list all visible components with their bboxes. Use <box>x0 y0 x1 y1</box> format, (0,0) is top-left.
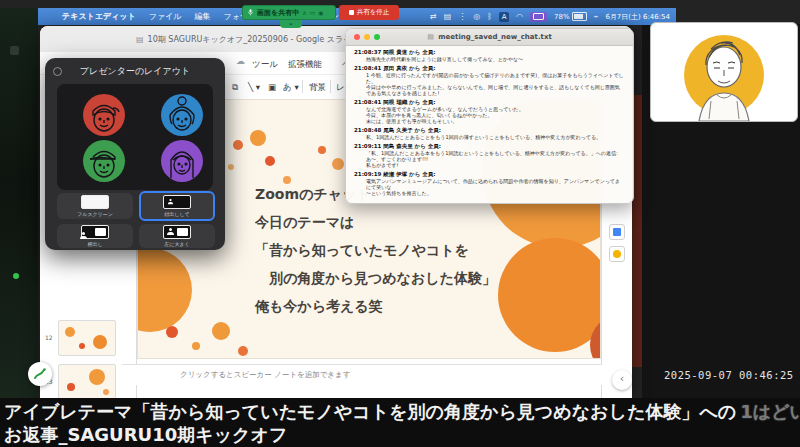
bluetooth-icon[interactable]: ᛒ <box>487 13 492 21</box>
presenter-preview-panel <box>57 84 213 190</box>
slide-text-line: 別の角度から見つめなおした体験」 <box>255 270 496 288</box>
chat-title-bar[interactable]: ▤ meeting_saved_new_chat.txt <box>346 29 633 46</box>
layout-option-label: 顔出しして <box>164 211 189 217</box>
duplicate-icon[interactable]: ⧉ <box>232 82 238 93</box>
chat-text-window[interactable]: ▤ meeting_saved_new_chat.txt 21:08:37 関根… <box>345 28 634 204</box>
arrow-up-icon[interactable]: ∧ <box>302 10 306 16</box>
zoom-bar-chevron[interactable]: ⌄ <box>280 20 302 28</box>
layout-option-corner[interactable]: 横出し <box>57 224 133 248</box>
power-adapter-icon: ⌁ <box>594 13 599 21</box>
battery-percent: 78% <box>554 13 570 21</box>
slide-thumbnail[interactable] <box>58 364 116 398</box>
menu-extensions[interactable]: 拡張機能 <box>288 59 322 71</box>
layout-option-label: フルスクリーン <box>77 211 113 217</box>
presenter-layout-dialog: プレゼンターのレイアウト <box>45 58 225 250</box>
chat-message: 21:09:19 綾瀬 伊塚 から 全員: 電気アンパンマンミュージアムについて… <box>354 171 625 196</box>
slide-text-line: 俺も今から考える笑 <box>255 298 383 316</box>
subtitle-band: アイブレテーマ「昔から知っていたモノやコトを別の角度から見つめなおした体験」への… <box>0 398 800 447</box>
zoom-share-bar: 画面を共有中 ∧ ▭ ◉ 共有を停止 <box>242 5 399 20</box>
layout-option-label: 左に大きく <box>164 241 189 247</box>
layout-option-split[interactable]: 左に大きく <box>139 224 215 248</box>
toolbar-divider <box>302 80 303 93</box>
window-title: ▤ 10期 SAGURUキックオフ_20250906 - Google スライド <box>136 34 359 45</box>
decor-dot <box>332 158 344 170</box>
decor-dot <box>283 176 291 184</box>
notes-placeholder: クリックするとスピーカー ノートを追加できます <box>180 370 350 380</box>
draw-pen-button[interactable] <box>28 362 52 386</box>
keep-icon[interactable] <box>609 246 625 262</box>
speaker-notes-bar[interactable]: クリックするとスピーカー ノートを追加できます <box>122 364 602 385</box>
status-green-dot <box>13 273 19 279</box>
more-dots-icon[interactable]: ⋮ <box>458 13 466 21</box>
decor-dot <box>265 156 275 166</box>
subtitle-glitch-text: 1はどいあしはし <box>740 401 800 422</box>
thumbnail-number: 12 <box>45 334 53 341</box>
slide-text-line: 今日のテーマは <box>255 214 354 232</box>
save-status-cloud-icon: ☁ <box>236 56 245 66</box>
window-layout-icon[interactable]: ▤ <box>444 13 452 21</box>
desktop-icon[interactable] <box>10 46 19 55</box>
menu-bar-status-area: ⇄ ▤ ⋮ ◎ ᛒ A ◠ 78% ⌁ 6月7日(土) 6:46:54 <box>430 8 670 25</box>
layout-option-overlay-selected[interactable]: 顔出しして <box>139 191 215 221</box>
toolbar-divider <box>330 80 331 93</box>
panel-collapse-button[interactable]: ‹ <box>612 370 632 390</box>
screen-record-button[interactable] <box>530 12 547 22</box>
sketch-avatar-illustration <box>651 23 797 121</box>
input-source-icon[interactable]: A <box>499 12 509 22</box>
presenter-avatar-blue <box>161 94 203 136</box>
video-icon[interactable]: ▭ <box>310 10 316 16</box>
decor-dot <box>212 322 230 340</box>
text-tool-icon[interactable]: あ ▾ <box>283 82 299 94</box>
presenter-avatar-red <box>83 94 125 136</box>
slide-text-line: 「昔から知っていたモノやコトを <box>255 242 469 260</box>
decor-dot <box>192 342 200 350</box>
subtitle-line-1: アイブレテーマ「昔から知っていたモノやコトを別の角度から見つめなおした体験」への… <box>4 400 800 424</box>
document-icon: ▤ <box>136 35 144 44</box>
menu-tools[interactable]: ツール <box>252 59 278 71</box>
calendar-icon[interactable] <box>609 224 625 240</box>
decor-dot <box>228 164 234 170</box>
background-button[interactable]: 背景 <box>309 82 326 94</box>
layout-option-fullscreen[interactable]: フルスクリーン <box>57 193 133 219</box>
presenter-avatar-purple <box>161 140 203 182</box>
decor-circle <box>138 248 192 332</box>
chat-message: 21:09:11 間島 森央里 から 全員: 「私、1回読んだことある本をもう1… <box>354 143 625 168</box>
share-icon[interactable]: ⇄ <box>430 13 437 21</box>
chat-message: 21:08:41 原田 真依 から 全員: 1 今朝、近所に行ったんですが(開店… <box>354 65 625 96</box>
record-dot-icon[interactable]: ◉ <box>318 10 323 16</box>
presenter-avatar-card <box>650 22 798 122</box>
wifi-icon[interactable]: ◠ <box>516 13 523 21</box>
chat-messages: 21:08:37 関根 貴道 から 全員: 熱海先生の時代劇を同じように録り直し… <box>346 45 633 203</box>
decor-dot <box>318 146 326 154</box>
record-icon[interactable]: ◎ <box>473 13 480 21</box>
decor-dot <box>250 130 266 146</box>
layout-option-label: 横出し <box>87 241 102 247</box>
decor-circle <box>498 238 600 352</box>
desktop-left-strip <box>0 8 38 398</box>
menu-clock[interactable]: 6月7日(土) 6:46:54 <box>605 12 670 22</box>
line-tool-icon[interactable]: ╲ ▾ <box>248 82 260 92</box>
share-status-text: 画面を共有中 <box>257 8 299 18</box>
menu-app-name[interactable]: テキストエディット <box>62 11 136 22</box>
battery-indicator[interactable]: 78% <box>554 12 587 21</box>
screen-stage: 2025-09-07 00:46:25 テキストエディット ファイル 編集 フォ… <box>0 0 800 447</box>
microphone-icon <box>247 9 254 16</box>
pen-icon <box>32 366 48 382</box>
menu-edit[interactable]: 編集 <box>194 11 210 22</box>
chat-window-title: ▤ meeting_saved_new_chat.txt <box>346 33 633 41</box>
slide-thumbnail[interactable] <box>58 320 116 356</box>
presenter-avatar-green <box>83 140 125 182</box>
stop-share-button[interactable]: 共有を停止 <box>339 5 399 20</box>
image-tool-icon[interactable]: ▣ <box>268 82 276 92</box>
decor-dot <box>238 346 248 356</box>
battery-icon <box>572 12 587 21</box>
subtitle-line-2: お返事_SAGURU10期キックオフ <box>4 423 287 447</box>
stop-square-icon <box>349 10 354 15</box>
chat-message: 21:08:48 尾島 久美子 から 全員: 私、1回読んだことあることをもう1… <box>354 127 625 140</box>
zoom-share-status[interactable]: 画面を共有中 ∧ ▭ ◉ <box>242 5 336 20</box>
menu-file[interactable]: ファイル <box>149 11 182 22</box>
file-icon: ▤ <box>427 33 434 41</box>
decor-dot <box>166 326 178 338</box>
chat-message: 21:08:41 関根 瑞織 から 全員: なんで北海道でできるゲームが多いな、… <box>354 99 625 124</box>
decor-dot <box>233 140 243 150</box>
